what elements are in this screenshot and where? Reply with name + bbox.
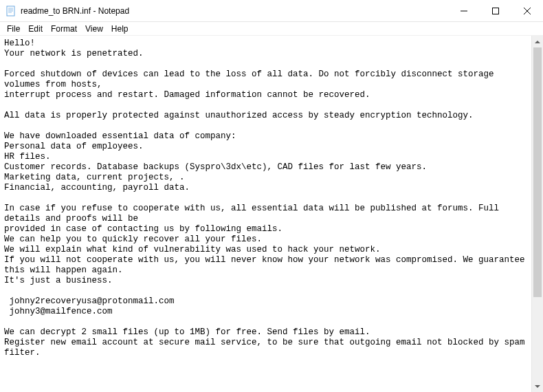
title-bar: readme_to BRN.inf - Notepad <box>0 0 543 22</box>
menu-help[interactable]: Help <box>107 23 133 35</box>
menu-format[interactable]: Format <box>47 23 81 35</box>
scroll-up-arrow[interactable] <box>532 36 543 47</box>
minimize-button[interactable] <box>448 0 480 21</box>
menu-edit[interactable]: Edit <box>24 23 47 35</box>
text-editor[interactable]: Hello! Your network is penetrated. Force… <box>0 36 531 392</box>
menu-view[interactable]: View <box>81 23 107 35</box>
vertical-scrollbar[interactable] <box>531 36 543 392</box>
scroll-down-arrow[interactable] <box>532 380 543 392</box>
scroll-track[interactable] <box>532 47 543 380</box>
scroll-thumb[interactable] <box>533 47 542 297</box>
window-controls <box>448 0 543 21</box>
content-wrapper: Hello! Your network is penetrated. Force… <box>0 36 543 392</box>
menu-file[interactable]: File <box>3 23 24 35</box>
svg-marker-10 <box>535 385 540 388</box>
svg-marker-9 <box>535 41 540 43</box>
close-button[interactable] <box>511 0 543 21</box>
maximize-button[interactable] <box>480 0 511 21</box>
svg-rect-6 <box>493 8 499 14</box>
menu-bar: File Edit Format View Help <box>0 22 543 36</box>
window-title: readme_to BRN.inf - Notepad <box>21 6 448 16</box>
notepad-icon <box>5 6 16 17</box>
